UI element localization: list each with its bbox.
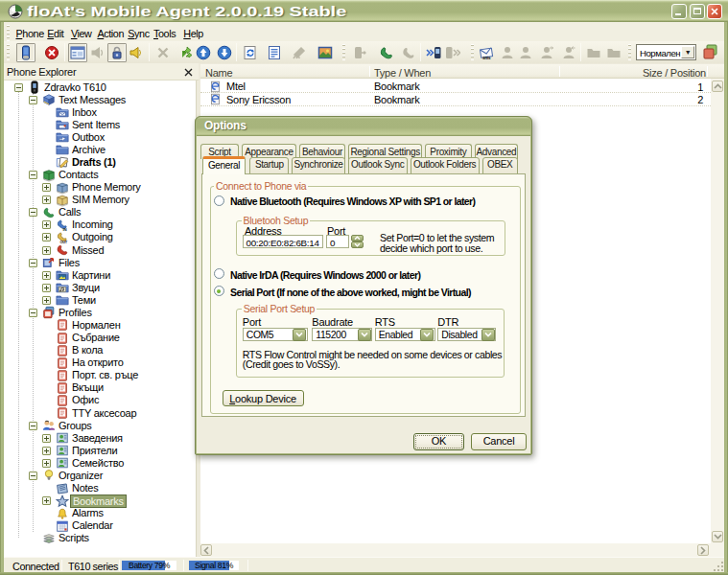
svg-text:sms: sms bbox=[482, 56, 491, 60]
